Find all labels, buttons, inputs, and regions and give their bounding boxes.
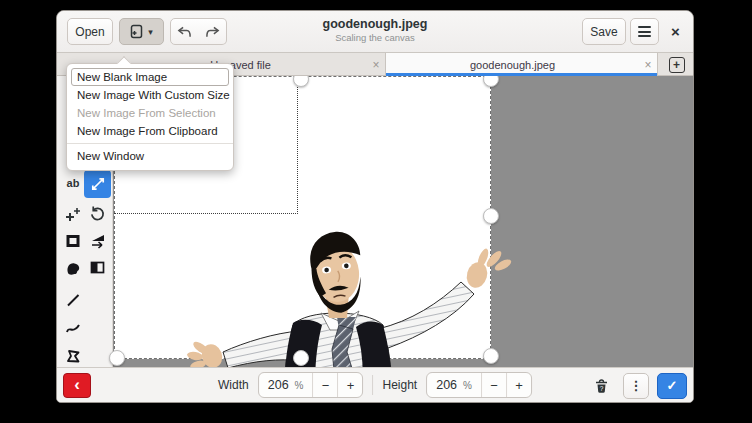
header-bar: Open ▾ g bbox=[57, 11, 693, 53]
arc-icon bbox=[65, 320, 81, 336]
rotate-icon bbox=[89, 205, 106, 222]
minus-icon: − bbox=[490, 378, 498, 393]
scale-handle-bottom-right[interactable] bbox=[483, 348, 499, 364]
menu-item-new-image-from-clipboard[interactable]: New Image From Clipboard bbox=[67, 122, 233, 140]
desktop: ab bbox=[0, 0, 752, 423]
minus-icon: − bbox=[322, 378, 330, 393]
bottom-action-bar: ‹ Width 206 % − + Height 206 % bbox=[57, 367, 693, 402]
skew-icon bbox=[89, 232, 106, 249]
new-image-icon bbox=[130, 24, 144, 39]
percent-unit: % bbox=[295, 380, 304, 391]
height-spinner: 206 % − + bbox=[426, 372, 532, 398]
new-image-popup-menu: New Blank Image New Image With Custom Si… bbox=[66, 63, 234, 171]
scale-handle-bottom-left[interactable] bbox=[109, 350, 125, 366]
hamburger-icon bbox=[638, 26, 651, 28]
rectangle-icon bbox=[65, 233, 81, 249]
scale-controls: Width 206 % − + Height 206 % − bbox=[218, 372, 532, 398]
height-label: Height bbox=[383, 378, 418, 392]
bottom-right-actions: ? ⋮ ✓ bbox=[587, 372, 687, 399]
tool-rotate[interactable] bbox=[86, 203, 108, 224]
free-shape-icon bbox=[65, 260, 81, 276]
tool-filters[interactable] bbox=[86, 257, 108, 278]
tool-free-shape[interactable] bbox=[62, 258, 84, 278]
save-button[interactable]: Save bbox=[582, 18, 626, 45]
tool-rectangle[interactable] bbox=[62, 231, 84, 251]
drawing-app-window: ab bbox=[56, 10, 694, 403]
polygon-icon bbox=[65, 348, 81, 364]
points-icon bbox=[65, 206, 82, 223]
apply-button[interactable]: ✓ bbox=[657, 373, 687, 399]
original-size-guide-vertical bbox=[297, 76, 298, 214]
discard-button[interactable]: ? bbox=[587, 373, 615, 399]
tool-skew[interactable] bbox=[86, 230, 108, 251]
filters-icon bbox=[89, 259, 106, 276]
menu-item-new-image-from-selection: New Image From Selection bbox=[67, 104, 233, 122]
vertical-dots-icon: ⋮ bbox=[630, 378, 643, 393]
redo-button[interactable] bbox=[198, 18, 227, 45]
percent-unit: % bbox=[463, 380, 472, 391]
more-options-button[interactable]: ⋮ bbox=[623, 373, 649, 399]
tab-goodenough-jpeg[interactable]: goodenough.jpeg × bbox=[386, 53, 658, 76]
new-tab-button[interactable]: + bbox=[669, 57, 685, 73]
new-tab-zone: + bbox=[658, 53, 694, 76]
height-increase-button[interactable]: + bbox=[506, 373, 531, 397]
plus-icon: + bbox=[515, 378, 523, 393]
scale-icon bbox=[89, 175, 107, 193]
width-label: Width bbox=[218, 378, 249, 392]
chevron-left-icon: ‹ bbox=[74, 376, 80, 393]
width-increase-button[interactable]: + bbox=[338, 373, 363, 397]
width-decrease-button[interactable]: − bbox=[313, 373, 338, 397]
caret-down-icon: ▾ bbox=[148, 27, 153, 37]
undo-icon bbox=[177, 26, 192, 38]
plus-icon: + bbox=[347, 378, 355, 393]
redo-icon bbox=[205, 26, 220, 38]
new-image-menu-button[interactable]: ▾ bbox=[119, 18, 164, 45]
line-icon bbox=[65, 292, 81, 308]
plus-icon: + bbox=[673, 59, 680, 71]
width-input[interactable]: 206 % bbox=[259, 373, 313, 397]
check-icon: ✓ bbox=[667, 378, 678, 393]
undo-button[interactable] bbox=[170, 18, 199, 45]
menu-button[interactable] bbox=[630, 18, 659, 45]
tab-close-icon[interactable]: × bbox=[367, 58, 385, 72]
menu-item-new-window[interactable]: New Window bbox=[67, 147, 233, 165]
tool-arc[interactable] bbox=[62, 318, 84, 338]
tool-polygon[interactable] bbox=[62, 346, 84, 366]
menu-item-new-blank-image[interactable]: New Blank Image bbox=[67, 68, 233, 86]
menu-item-new-image-custom-size[interactable]: New Image With Custom Size bbox=[67, 86, 233, 104]
text-tool-icon: ab bbox=[67, 177, 80, 189]
tool-line[interactable] bbox=[62, 290, 84, 310]
menu-separator bbox=[67, 143, 233, 144]
tab-label: goodenough.jpeg bbox=[386, 59, 639, 71]
window-close-button[interactable]: × bbox=[662, 18, 689, 45]
tool-points[interactable] bbox=[62, 204, 84, 224]
height-decrease-button[interactable]: − bbox=[481, 373, 506, 397]
tab-close-icon[interactable]: × bbox=[639, 58, 657, 72]
original-size-guide-horizontal bbox=[114, 213, 298, 214]
tool-scale-active[interactable] bbox=[84, 170, 111, 198]
open-button[interactable]: Open bbox=[67, 18, 113, 45]
trash-icon: ? bbox=[594, 378, 609, 394]
height-input[interactable]: 206 % bbox=[427, 373, 481, 397]
scale-handle-bottom-center[interactable] bbox=[293, 350, 309, 366]
back-button[interactable]: ‹ bbox=[63, 373, 91, 398]
svg-text:?: ? bbox=[599, 384, 603, 391]
close-icon: × bbox=[671, 23, 680, 40]
width-spinner: 206 % − + bbox=[258, 372, 364, 398]
scale-handle-mid-right[interactable] bbox=[483, 208, 499, 224]
tool-text[interactable]: ab bbox=[61, 172, 85, 194]
divider bbox=[373, 375, 374, 395]
